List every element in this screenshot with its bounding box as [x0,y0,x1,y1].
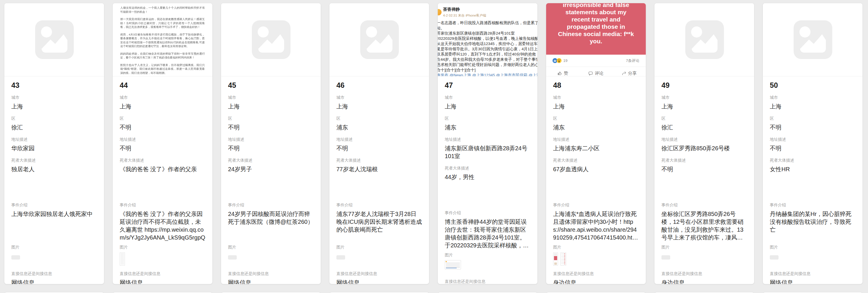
field-district: 区徐汇 [661,116,747,131]
image-thumbnails [661,252,747,266]
city-value: 上海 [11,102,97,111]
record-number: 43 [11,81,97,90]
field-label-address: 地址描述 [553,137,639,142]
card-cover[interactable] [763,3,863,77]
reaction-count: 19 [563,58,567,63]
record-card-partial[interactable] [113,292,213,293]
record-card-45[interactable]: 45 城市上海 区不明 地址描述不明 死者大体描述24岁男子 事件介绍24岁男子… [221,3,321,284]
district-value: 不明 [770,123,856,131]
deceased-value: 24岁男子 [228,166,314,173]
record-number: 45 [228,81,314,90]
image-thumbnail[interactable] [661,255,670,260]
record-card-partial[interactable] [4,292,104,293]
field-image: 图片 [661,244,747,266]
reaction-row: 19 7条评论 [546,55,646,66]
field-label-address: 地址描述 [336,137,422,142]
field-label-image: 图片 [553,244,639,250]
card-cover[interactable] [330,3,429,77]
direct-value: 网络信息 [120,279,206,284]
card-cover[interactable] [221,3,321,77]
record-card-46[interactable]: 46 城市上海 区浦东 地址描述不明 死者大体描述77岁老人沈瑞根 事件介绍浦东… [329,3,429,284]
field-city: 城市上海 [120,95,206,111]
like-button[interactable]: 赞 [546,67,579,77]
record-card-49[interactable]: 49 城市上海 区徐汇 地址描述徐汇区罗秀路850弄26号楼 死者大体描述不明 … [654,3,754,284]
district-value: 浦东 [445,123,530,131]
direct-value: 身边信息 [661,279,747,284]
field-label-image: 图片 [120,244,206,250]
weibo-post-text: 一名志愿者，昨日我投入路浦西核酸检测的队伍，但是累了一天后晚上接知。哥家住浦东新… [438,20,537,73]
event-value: 《我的爸爸 没了》作者的父亲因延误治疗而不得不高位截肢，未久遍离世 https:… [120,210,206,241]
field-deceased: 死者大体描述《我的爸爸 没了》作者的父亲 [120,157,206,173]
comment-icon [588,71,593,76]
field-label-deceased: 死者大体描述 [120,157,206,163]
field-label-district: 区 [445,116,530,121]
deceased-value: 44岁，男性 [445,173,530,181]
image-placeholder-icon [794,20,832,59]
district-value: 不明 [120,123,206,131]
record-card-partial[interactable] [437,292,538,293]
field-city: 城市上海 [11,95,97,111]
article-screenshot: 人都没有这样的机会，一个病人需要几十个人的同时帮助和关怀才有可能获得一丝的机会！… [113,3,212,77]
field-label-event: 事件介绍 [661,202,747,208]
field-label-event: 事件介绍 [553,202,639,208]
card-cover[interactable] [4,3,104,77]
record-card-47[interactable]: 茶香禅静 4-2 02:31 来自 iPhone客户端 一名志愿者，昨日我投入路… [437,3,538,284]
field-event: 事件介绍《我的爸爸 没了》作者的父亲因延误治疗而不得不高位截肢，未久遍离世 ht… [120,202,206,241]
field-label-city: 城市 [228,95,314,100]
field-deceased: 死者大体描述独居老人 [11,157,97,173]
field-direct: 直接信息还是间接信息身边信息 [661,271,747,284]
like-icon [557,71,562,76]
gallery-board: 43 城市上海 区徐汇 地址描述华欣家园 死者大体描述独居老人 事件介绍上海华欣… [4,3,863,284]
record-card-partial[interactable] [763,292,863,293]
action-row: 赞 评论 分享 [546,67,646,77]
address-value: 不明 [228,144,314,152]
image-thumbnail[interactable] [560,252,566,266]
district-value: 浦东 [336,123,422,131]
card-cover-social-screenshot[interactable]: irresponsible and falsestatements about … [546,3,646,77]
field-label-image: 图片 [336,244,422,250]
image-thumbnail[interactable] [336,255,345,260]
field-event: 事件介绍博主茶香禅静44岁的堂哥因延误治疗去世：我哥哥家住浦东新区唐镇创新西路2… [445,210,530,250]
card-cover[interactable]: 人都没有这样的机会，一个病人需要几十个人的同时帮助和关怀才有可能获得一丝的机会！… [113,3,212,77]
comment-button[interactable]: 评论 [579,67,612,77]
card-cover[interactable] [654,3,754,77]
image-placeholder-icon [360,20,399,59]
image-thumbnails [336,252,422,266]
direct-value: 身边信息 [553,279,639,284]
image-thumbnail[interactable] [11,255,20,260]
field-direct: 直接信息还是间接信息网络信息 [11,271,97,284]
record-card-partial[interactable] [654,292,754,293]
deceased-value: 67岁血透病人 [553,166,639,173]
deceased-value: 女性HR [770,166,856,173]
field-label-direct: 直接信息还是间接信息 [228,271,314,276]
district-value: 徐汇 [11,123,97,131]
image-thumbnail[interactable] [553,252,558,266]
record-card-partial[interactable] [221,292,321,293]
field-district: 区不明 [120,116,206,131]
card-cover-weibo-screenshot[interactable]: 茶香禅静 4-2 02:31 来自 iPhone客户端 一名志愿者，昨日我投入路… [438,3,537,77]
record-card-partial[interactable] [329,292,429,293]
image-thumbnail[interactable] [228,255,237,260]
field-address: 地址描述不明 [770,137,856,152]
field-direct: 直接信息还是间接信息网络信息 [336,271,422,284]
image-thumbnail[interactable] [770,255,778,260]
field-label-direct: 直接信息还是间接信息 [445,279,530,284]
field-district: 区浦东 [553,116,639,131]
deceased-value: 不明 [661,166,747,173]
record-card-44[interactable]: 人都没有这样的机会，一个病人需要几十个人的同时帮助和关怀才有可能获得一丝的机会！… [113,3,213,284]
address-value: 上海浦东寿二小区 [553,144,639,152]
address-value: 华欣家园 [11,144,97,152]
image-thumbnail[interactable] [445,260,461,269]
comment-count[interactable]: 7条评论 [626,58,640,63]
city-value: 上海 [445,102,530,111]
image-placeholder-icon [685,20,724,59]
record-card-43[interactable]: 43 城市上海 区徐汇 地址描述华欣家园 死者大体描述独居老人 事件介绍上海华欣… [4,3,104,284]
image-thumbnail[interactable] [120,252,125,266]
record-card-50[interactable]: 50 城市上海 区不明 地址描述不明 死者大体描述女性HR 事件介绍丹纳赫集团的… [763,3,863,284]
field-label-direct: 直接信息还是间接信息 [770,271,856,276]
share-button[interactable]: 分享 [613,67,646,77]
record-card-48[interactable]: irresponsible and falsestatements about … [546,3,646,284]
direct-value: 网络信息 [336,279,422,284]
district-value: 不明 [228,123,314,131]
record-card-partial[interactable] [546,292,646,293]
